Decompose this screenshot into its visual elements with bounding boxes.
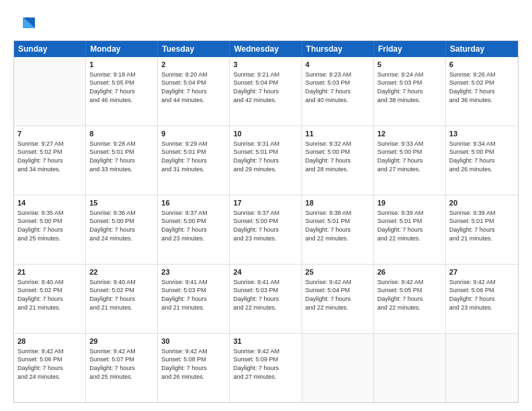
calendar-cell: 23Sunrise: 9:41 AM Sunset: 5:03 PM Dayli… [158, 265, 230, 333]
calendar-cell: 3Sunrise: 9:21 AM Sunset: 5:04 PM Daylig… [230, 57, 302, 126]
calendar-cell: 6Sunrise: 9:26 AM Sunset: 5:02 PM Daylig… [446, 57, 518, 126]
page: SundayMondayTuesdayWednesdayThursdayFrid… [0, 0, 532, 411]
cell-day-number: 31 [233, 336, 298, 347]
calendar: SundayMondayTuesdayWednesdayThursdayFrid… [13, 40, 519, 403]
calendar-row-1: 7Sunrise: 9:27 AM Sunset: 5:02 PM Daylig… [14, 126, 518, 195]
calendar-header: SundayMondayTuesdayWednesdayThursdayFrid… [14, 41, 518, 57]
cell-info: Sunrise: 9:37 AM Sunset: 5:00 PM Dayligh… [161, 209, 226, 242]
calendar-row-3: 21Sunrise: 9:40 AM Sunset: 5:02 PM Dayli… [14, 265, 518, 334]
cell-day-number: 25 [306, 267, 370, 277]
calendar-cell: 19Sunrise: 9:39 AM Sunset: 5:01 PM Dayli… [374, 195, 446, 264]
cell-info: Sunrise: 9:42 AM Sunset: 5:06 PM Dayligh… [17, 347, 82, 381]
cell-day-number: 18 [306, 198, 370, 208]
cell-day-number: 30 [161, 336, 226, 347]
cell-day-number: 1 [89, 60, 154, 70]
cell-info: Sunrise: 9:28 AM Sunset: 5:01 PM Dayligh… [89, 140, 154, 173]
calendar-cell: 21Sunrise: 9:40 AM Sunset: 5:02 PM Dayli… [14, 265, 86, 333]
header [13, 12, 519, 34]
calendar-row-0: 1Sunrise: 9:18 AM Sunset: 5:05 PM Daylig… [14, 57, 518, 126]
weekday-header-wednesday: Wednesday [230, 41, 302, 57]
cell-day-number: 13 [449, 129, 515, 139]
cell-day-number: 23 [161, 267, 226, 277]
cell-day-number: 3 [233, 60, 298, 70]
cell-day-number: 14 [17, 198, 82, 208]
calendar-cell: 4Sunrise: 9:23 AM Sunset: 5:03 PM Daylig… [302, 57, 374, 126]
cell-info: Sunrise: 9:39 AM Sunset: 5:01 PM Dayligh… [449, 209, 515, 242]
calendar-cell: 14Sunrise: 9:35 AM Sunset: 5:00 PM Dayli… [14, 195, 86, 264]
cell-info: Sunrise: 9:32 AM Sunset: 5:00 PM Dayligh… [306, 140, 370, 173]
cell-info: Sunrise: 9:29 AM Sunset: 5:01 PM Dayligh… [161, 140, 226, 173]
logo-icon [16, 15, 35, 34]
cell-info: Sunrise: 9:41 AM Sunset: 5:03 PM Dayligh… [161, 278, 226, 312]
weekday-header-tuesday: Tuesday [158, 41, 230, 57]
cell-day-number: 12 [378, 129, 442, 139]
calendar-cell: 31Sunrise: 9:42 AM Sunset: 5:09 PM Dayli… [230, 334, 302, 402]
logo [13, 15, 35, 34]
cell-info: Sunrise: 9:18 AM Sunset: 5:05 PM Dayligh… [89, 71, 154, 104]
cell-day-number: 4 [306, 60, 370, 70]
cell-day-number: 6 [449, 60, 515, 70]
cell-info: Sunrise: 9:41 AM Sunset: 5:03 PM Dayligh… [233, 278, 298, 312]
calendar-cell: 30Sunrise: 9:42 AM Sunset: 5:08 PM Dayli… [158, 334, 230, 402]
cell-day-number: 7 [17, 129, 82, 139]
cell-day-number: 20 [449, 198, 515, 208]
cell-day-number: 8 [89, 129, 154, 139]
cell-info: Sunrise: 9:33 AM Sunset: 5:00 PM Dayligh… [378, 140, 442, 173]
cell-day-number: 17 [233, 198, 298, 208]
calendar-cell: 7Sunrise: 9:27 AM Sunset: 5:02 PM Daylig… [14, 126, 86, 195]
cell-info: Sunrise: 9:42 AM Sunset: 5:08 PM Dayligh… [161, 347, 226, 381]
cell-info: Sunrise: 9:42 AM Sunset: 5:06 PM Dayligh… [449, 278, 515, 312]
cell-info: Sunrise: 9:42 AM Sunset: 5:07 PM Dayligh… [89, 347, 154, 381]
calendar-cell [302, 334, 374, 402]
cell-day-number: 26 [378, 267, 442, 277]
weekday-header-saturday: Saturday [446, 41, 518, 57]
cell-info: Sunrise: 9:42 AM Sunset: 5:09 PM Dayligh… [233, 347, 298, 381]
cell-day-number: 24 [233, 267, 298, 277]
cell-day-number: 28 [17, 336, 82, 347]
cell-info: Sunrise: 9:36 AM Sunset: 5:00 PM Dayligh… [89, 209, 154, 242]
cell-info: Sunrise: 9:27 AM Sunset: 5:02 PM Dayligh… [17, 140, 82, 173]
cell-day-number: 21 [17, 267, 82, 277]
cell-day-number: 5 [378, 60, 442, 70]
calendar-row-4: 28Sunrise: 9:42 AM Sunset: 5:06 PM Dayli… [14, 334, 518, 402]
calendar-cell: 20Sunrise: 9:39 AM Sunset: 5:01 PM Dayli… [446, 195, 518, 264]
cell-info: Sunrise: 9:37 AM Sunset: 5:00 PM Dayligh… [233, 209, 298, 242]
calendar-cell: 12Sunrise: 9:33 AM Sunset: 5:00 PM Dayli… [374, 126, 446, 195]
calendar-cell [446, 334, 518, 402]
calendar-row-2: 14Sunrise: 9:35 AM Sunset: 5:00 PM Dayli… [14, 195, 518, 265]
cell-day-number: 22 [89, 267, 154, 277]
calendar-cell: 27Sunrise: 9:42 AM Sunset: 5:06 PM Dayli… [446, 265, 518, 333]
cell-info: Sunrise: 9:21 AM Sunset: 5:04 PM Dayligh… [233, 71, 298, 104]
cell-info: Sunrise: 9:20 AM Sunset: 5:04 PM Dayligh… [161, 71, 226, 104]
cell-info: Sunrise: 9:31 AM Sunset: 5:01 PM Dayligh… [233, 140, 298, 173]
cell-day-number: 9 [161, 129, 226, 139]
cell-day-number: 16 [161, 198, 226, 208]
calendar-cell: 28Sunrise: 9:42 AM Sunset: 5:06 PM Dayli… [14, 334, 86, 402]
cell-info: Sunrise: 9:42 AM Sunset: 5:04 PM Dayligh… [306, 278, 370, 312]
calendar-cell: 18Sunrise: 9:38 AM Sunset: 5:01 PM Dayli… [302, 195, 374, 264]
weekday-header-friday: Friday [374, 41, 446, 57]
cell-day-number: 19 [378, 198, 442, 208]
cell-info: Sunrise: 9:39 AM Sunset: 5:01 PM Dayligh… [378, 209, 442, 242]
calendar-cell: 13Sunrise: 9:34 AM Sunset: 5:00 PM Dayli… [446, 126, 518, 195]
calendar-cell: 1Sunrise: 9:18 AM Sunset: 5:05 PM Daylig… [86, 57, 158, 126]
calendar-cell: 5Sunrise: 9:24 AM Sunset: 5:03 PM Daylig… [374, 57, 446, 126]
weekday-header-thursday: Thursday [302, 41, 374, 57]
calendar-cell: 16Sunrise: 9:37 AM Sunset: 5:00 PM Dayli… [158, 195, 230, 264]
cell-info: Sunrise: 9:42 AM Sunset: 5:05 PM Dayligh… [378, 278, 442, 312]
calendar-cell: 9Sunrise: 9:29 AM Sunset: 5:01 PM Daylig… [158, 126, 230, 195]
cell-info: Sunrise: 9:24 AM Sunset: 5:03 PM Dayligh… [378, 71, 442, 104]
calendar-body: 1Sunrise: 9:18 AM Sunset: 5:05 PM Daylig… [14, 57, 518, 402]
calendar-cell: 11Sunrise: 9:32 AM Sunset: 5:00 PM Dayli… [302, 126, 374, 195]
cell-info: Sunrise: 9:23 AM Sunset: 5:03 PM Dayligh… [306, 71, 370, 104]
weekday-header-monday: Monday [86, 41, 158, 57]
cell-day-number: 15 [89, 198, 154, 208]
calendar-cell: 25Sunrise: 9:42 AM Sunset: 5:04 PM Dayli… [302, 265, 374, 333]
cell-day-number: 10 [233, 129, 298, 139]
calendar-cell: 29Sunrise: 9:42 AM Sunset: 5:07 PM Dayli… [86, 334, 158, 402]
cell-day-number: 27 [449, 267, 515, 277]
calendar-cell: 17Sunrise: 9:37 AM Sunset: 5:00 PM Dayli… [230, 195, 302, 264]
calendar-cell: 10Sunrise: 9:31 AM Sunset: 5:01 PM Dayli… [230, 126, 302, 195]
cell-day-number: 29 [89, 336, 154, 347]
calendar-cell: 15Sunrise: 9:36 AM Sunset: 5:00 PM Dayli… [86, 195, 158, 264]
